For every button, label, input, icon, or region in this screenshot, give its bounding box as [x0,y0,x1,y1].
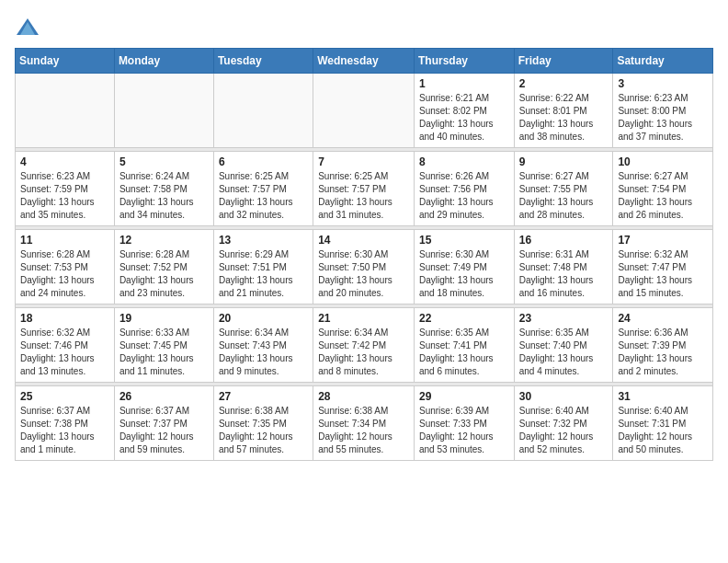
calendar-cell: 13Sunrise: 6:29 AM Sunset: 7:51 PM Dayli… [213,230,313,304]
day-number: 30 [519,390,609,403]
calendar-cell [313,74,415,148]
weekday-header: Sunday [16,49,115,74]
day-info: Sunrise: 6:28 AM Sunset: 7:53 PM Dayligh… [20,248,109,300]
day-info: Sunrise: 6:24 AM Sunset: 7:58 PM Dayligh… [119,170,209,222]
day-number: 6 [219,155,308,168]
day-number: 14 [318,234,409,247]
day-number: 8 [419,155,509,168]
day-info: Sunrise: 6:40 AM Sunset: 7:32 PM Dayligh… [519,405,609,456]
day-number: 23 [519,312,609,325]
day-number: 5 [119,155,209,168]
calendar-cell [114,74,213,148]
calendar-cell: 24Sunrise: 6:36 AM Sunset: 7:39 PM Dayli… [613,308,713,383]
day-number: 1 [419,77,509,90]
calendar-cell: 22Sunrise: 6:35 AM Sunset: 7:41 PM Dayli… [414,308,514,383]
calendar-cell: 27Sunrise: 6:38 AM Sunset: 7:35 PM Dayli… [213,386,313,461]
calendar-cell: 10Sunrise: 6:27 AM Sunset: 7:54 PM Dayli… [613,152,713,226]
day-number: 19 [119,312,209,325]
calendar-cell [16,74,115,148]
day-info: Sunrise: 6:40 AM Sunset: 7:31 PM Dayligh… [618,405,708,456]
calendar-cell: 30Sunrise: 6:40 AM Sunset: 7:32 PM Dayli… [514,386,613,461]
calendar-week-row: 11Sunrise: 6:28 AM Sunset: 7:53 PM Dayli… [16,230,713,304]
calendar-week-row: 1Sunrise: 6:21 AM Sunset: 8:02 PM Daylig… [16,74,713,148]
calendar-cell: 23Sunrise: 6:35 AM Sunset: 7:40 PM Dayli… [514,308,613,383]
day-info: Sunrise: 6:28 AM Sunset: 7:52 PM Dayligh… [119,248,209,300]
day-number: 11 [20,234,109,247]
day-number: 16 [519,234,609,247]
day-info: Sunrise: 6:21 AM Sunset: 8:02 PM Dayligh… [419,92,509,144]
day-number: 13 [219,234,308,247]
day-info: Sunrise: 6:38 AM Sunset: 7:35 PM Dayligh… [219,405,308,456]
calendar-cell: 7Sunrise: 6:25 AM Sunset: 7:57 PM Daylig… [313,152,415,226]
day-info: Sunrise: 6:34 AM Sunset: 7:43 PM Dayligh… [219,327,308,378]
weekday-header: Friday [514,49,613,74]
day-number: 26 [119,390,209,403]
calendar-week-row: 4Sunrise: 6:23 AM Sunset: 7:59 PM Daylig… [16,152,713,226]
weekday-header: Thursday [414,49,514,74]
day-number: 25 [20,390,109,403]
day-number: 22 [419,312,509,325]
calendar-cell: 8Sunrise: 6:26 AM Sunset: 7:56 PM Daylig… [414,152,514,226]
day-info: Sunrise: 6:35 AM Sunset: 7:41 PM Dayligh… [419,327,509,378]
day-info: Sunrise: 6:35 AM Sunset: 7:40 PM Dayligh… [519,327,609,378]
calendar-cell: 21Sunrise: 6:34 AM Sunset: 7:42 PM Dayli… [313,308,415,383]
logo-icon [15,15,40,40]
day-info: Sunrise: 6:37 AM Sunset: 7:37 PM Dayligh… [119,405,209,456]
day-info: Sunrise: 6:37 AM Sunset: 7:38 PM Dayligh… [20,405,109,456]
day-number: 31 [618,390,708,403]
day-info: Sunrise: 6:39 AM Sunset: 7:33 PM Dayligh… [419,405,509,456]
day-info: Sunrise: 6:30 AM Sunset: 7:50 PM Dayligh… [318,248,409,300]
calendar-week-row: 25Sunrise: 6:37 AM Sunset: 7:38 PM Dayli… [16,386,713,461]
day-info: Sunrise: 6:22 AM Sunset: 8:01 PM Dayligh… [519,92,609,144]
day-info: Sunrise: 6:32 AM Sunset: 7:46 PM Dayligh… [20,327,109,378]
day-number: 3 [618,77,708,90]
calendar-cell: 14Sunrise: 6:30 AM Sunset: 7:50 PM Dayli… [313,230,415,304]
calendar-cell: 5Sunrise: 6:24 AM Sunset: 7:58 PM Daylig… [114,152,213,226]
calendar: SundayMondayTuesdayWednesdayThursdayFrid… [15,48,713,461]
calendar-cell: 18Sunrise: 6:32 AM Sunset: 7:46 PM Dayli… [16,308,115,383]
calendar-cell: 29Sunrise: 6:39 AM Sunset: 7:33 PM Dayli… [414,386,514,461]
calendar-cell [213,74,313,148]
calendar-cell: 6Sunrise: 6:25 AM Sunset: 7:57 PM Daylig… [213,152,313,226]
weekday-header: Wednesday [313,49,415,74]
weekday-header: Tuesday [213,49,313,74]
day-info: Sunrise: 6:36 AM Sunset: 7:39 PM Dayligh… [618,327,708,378]
day-number: 17 [618,234,708,247]
day-number: 2 [519,77,609,90]
calendar-cell: 28Sunrise: 6:38 AM Sunset: 7:34 PM Dayli… [313,386,415,461]
calendar-cell: 31Sunrise: 6:40 AM Sunset: 7:31 PM Dayli… [613,386,713,461]
calendar-cell: 4Sunrise: 6:23 AM Sunset: 7:59 PM Daylig… [16,152,115,226]
calendar-cell: 11Sunrise: 6:28 AM Sunset: 7:53 PM Dayli… [16,230,115,304]
day-info: Sunrise: 6:26 AM Sunset: 7:56 PM Dayligh… [419,170,509,222]
day-info: Sunrise: 6:32 AM Sunset: 7:47 PM Dayligh… [618,248,708,300]
day-number: 21 [318,312,409,325]
calendar-cell: 1Sunrise: 6:21 AM Sunset: 8:02 PM Daylig… [414,74,514,148]
weekday-header: Saturday [613,49,713,74]
calendar-cell: 9Sunrise: 6:27 AM Sunset: 7:55 PM Daylig… [514,152,613,226]
day-info: Sunrise: 6:38 AM Sunset: 7:34 PM Dayligh… [318,405,409,456]
page-header [15,15,713,40]
calendar-week-row: 18Sunrise: 6:32 AM Sunset: 7:46 PM Dayli… [16,308,713,383]
day-info: Sunrise: 6:34 AM Sunset: 7:42 PM Dayligh… [318,327,409,378]
day-info: Sunrise: 6:25 AM Sunset: 7:57 PM Dayligh… [318,170,409,222]
calendar-cell: 16Sunrise: 6:31 AM Sunset: 7:48 PM Dayli… [514,230,613,304]
day-number: 28 [318,390,409,403]
day-info: Sunrise: 6:25 AM Sunset: 7:57 PM Dayligh… [219,170,308,222]
calendar-cell: 26Sunrise: 6:37 AM Sunset: 7:37 PM Dayli… [114,386,213,461]
day-number: 27 [219,390,308,403]
calendar-cell: 25Sunrise: 6:37 AM Sunset: 7:38 PM Dayli… [16,386,115,461]
calendar-cell: 17Sunrise: 6:32 AM Sunset: 7:47 PM Dayli… [613,230,713,304]
day-info: Sunrise: 6:23 AM Sunset: 7:59 PM Dayligh… [20,170,109,222]
day-number: 24 [618,312,708,325]
calendar-cell: 20Sunrise: 6:34 AM Sunset: 7:43 PM Dayli… [213,308,313,383]
logo [15,15,44,40]
day-number: 15 [419,234,509,247]
day-info: Sunrise: 6:27 AM Sunset: 7:54 PM Dayligh… [618,170,708,222]
day-number: 4 [20,155,109,168]
day-info: Sunrise: 6:29 AM Sunset: 7:51 PM Dayligh… [219,248,308,300]
day-info: Sunrise: 6:31 AM Sunset: 7:48 PM Dayligh… [519,248,609,300]
day-info: Sunrise: 6:33 AM Sunset: 7:45 PM Dayligh… [119,327,209,378]
calendar-cell: 3Sunrise: 6:23 AM Sunset: 8:00 PM Daylig… [613,74,713,148]
day-number: 10 [618,155,708,168]
calendar-cell: 19Sunrise: 6:33 AM Sunset: 7:45 PM Dayli… [114,308,213,383]
